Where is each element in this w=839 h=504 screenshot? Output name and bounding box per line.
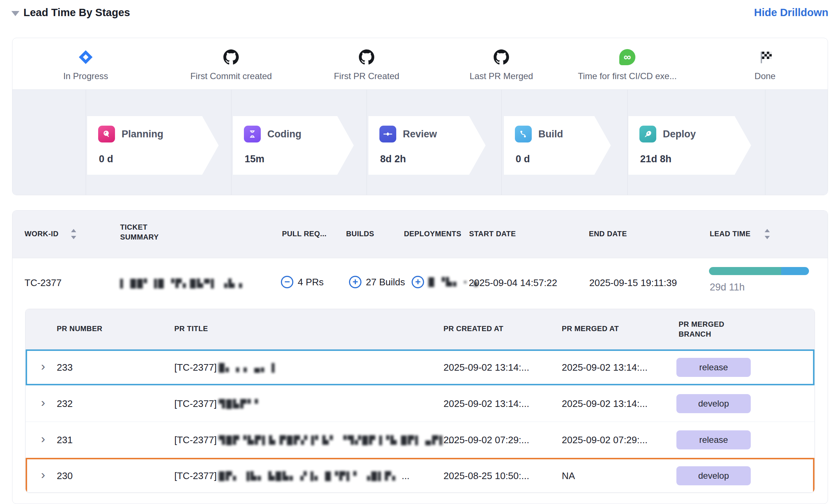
ticket-summary-redacted: ▌ ██▘▐█ ▝▛▖█▙▀▌ ▗▙ ▖ [120, 279, 246, 288]
pull-requests-cell: 4 PRs [281, 276, 324, 288]
stage-card-build: Build 0 d [504, 116, 611, 175]
stage-card-coding: Coding 15m [233, 116, 354, 175]
pr-title-prefix: [TC-2377] [174, 434, 217, 446]
milestone-label: First Commit created [165, 71, 297, 81]
pr-created-at: 2025-08-25 10:50:... [443, 470, 529, 482]
pr-number: 233 [57, 362, 73, 373]
pr-row-230[interactable]: 230 [TC-2377] █▛▖ ▐▙▖ ▙█▙▖ ▞▐▖ █▝▛▌▘ ▗█▌… [26, 458, 814, 493]
stage-duration: 21d 8h [640, 153, 672, 165]
hourglass-icon [244, 126, 261, 142]
pr-title: [TC-2377] █▖▗ ▖ ▄▖ ▌ [174, 362, 281, 373]
stage-duration: 0 d [516, 153, 530, 165]
rocket-icon [639, 126, 656, 142]
pr-title-redacted: ▜█▛▝▙▛▌▙ ▛█▛▞▐▘▙▘ ▝▜▞█▛▐▝▙ █▛▌ ▄▛▌ [219, 436, 446, 445]
col-end-date: END DATE [589, 230, 627, 238]
pr-number: 232 [57, 398, 73, 410]
checkered-flag-icon [699, 48, 828, 66]
pr-row-233[interactable]: 233 [TC-2377] █▖▗ ▖ ▄▖ ▌ 2025-09-02 13:1… [26, 349, 814, 385]
pr-merged-at: 2025-09-02 07:29:... [562, 434, 647, 446]
stage-divider [627, 90, 628, 195]
stage-name: Coding [267, 129, 301, 140]
start-date-value: 2025-09-04 14:57:22 [469, 277, 557, 289]
stage-divider [501, 90, 502, 195]
col-ticket-summary: TICKET SUMMARY [120, 222, 168, 242]
work-table-panel: WORK-ID TICKET SUMMARY PULL REQ... BUILD… [12, 210, 828, 504]
pr-table: PR NUMBER PR TITLE PR CREATED AT PR MERG… [25, 309, 815, 493]
chevron-right-icon[interactable] [41, 396, 45, 408]
pr-title-redacted: █▖▗ ▖ ▄▖ ▌ [219, 363, 279, 373]
pr-row-231[interactable]: 231 [TC-2377] ▜█▛▝▙▛▌▙ ▛█▛▞▐▘▙▘ ▝▜▞█▛▐▝▙… [26, 422, 814, 458]
col-lead-time: LEAD TIME [710, 230, 750, 238]
pr-title: [TC-2377] █▛▖ ▐▙▖ ▙█▙▖ ▞▐▖ █▝▛▌▘ ▗█▌▛▖ .… [174, 470, 409, 482]
col-deployments: DEPLOYMENTS [404, 230, 461, 238]
cicd-icon [561, 48, 693, 66]
pr-number: 230 [57, 470, 73, 482]
stages-panel: In Progress First Commit created First P… [12, 38, 828, 195]
lead-time-drilldown-page: Lead Time By Stages Hide Drilldown In Pr… [0, 0, 839, 504]
lead-time-bar-teal-segment [709, 267, 781, 275]
expand-builds-button[interactable] [349, 276, 361, 288]
stage-divider [765, 90, 765, 195]
stage-band: Planning 0 d Coding 15m Revi [12, 89, 828, 195]
milestone-last-pr-merged: Last PR Merged [435, 48, 567, 81]
pr-merged-at: 2025-09-02 13:14:... [562, 398, 647, 410]
col-pr-created-at: PR CREATED AT [443, 325, 504, 333]
stage-card-deploy: Deploy 21d 8h [628, 116, 751, 175]
milestone-label: Last PR Merged [435, 71, 567, 81]
pipeline-icon [515, 126, 532, 142]
milestone-label: In Progress [20, 71, 152, 81]
hide-drilldown-link[interactable]: Hide Drilldown [754, 7, 828, 19]
pr-title-prefix: [TC-2377] [174, 398, 217, 410]
milestone-first-commit: First Commit created [165, 48, 297, 81]
chevron-right-icon[interactable] [41, 468, 45, 481]
col-pr-merged-branch: PR MERGED BRANCH [679, 319, 730, 339]
stage-divider [367, 90, 367, 195]
stage-divider [86, 90, 86, 195]
builds-count: 27 Builds [366, 277, 405, 288]
col-pr-title: PR TITLE [174, 325, 208, 333]
commit-icon [379, 126, 396, 142]
branch-badge: release [676, 358, 751, 377]
collapse-prs-button[interactable] [281, 276, 293, 288]
chevron-right-icon[interactable] [41, 360, 45, 372]
pr-row-232[interactable]: 232 [TC-2377] ▜█▙▛▘▘ 2025-09-02 13:14:..… [26, 386, 814, 422]
pr-title-suffix: ... [402, 470, 410, 482]
jira-status-icon [20, 48, 152, 66]
pr-created-at: 2025-09-02 13:14:... [443, 362, 529, 373]
github-icon [301, 48, 433, 66]
lead-time-bar [709, 267, 809, 275]
stage-card-planning: Planning 0 d [87, 116, 219, 175]
lead-time-value: 29d 11h [710, 282, 745, 293]
sort-work-id-button[interactable] [70, 229, 77, 239]
milestone-label: Time for first CI/CD exe... [561, 71, 693, 81]
pr-merged-at: NA [562, 470, 575, 482]
stage-duration: 0 d [99, 153, 113, 165]
pr-table-header: PR NUMBER PR TITLE PR CREATED AT PR MERG… [26, 309, 814, 349]
lead-time-bar-blue-segment [781, 267, 809, 275]
pr-title-redacted: ▜█▙▛▘▘ [219, 399, 262, 409]
branch-badge: develop [676, 394, 751, 413]
branch-badge: release [676, 430, 751, 449]
pr-title-redacted: █▛▖ ▐▙▖ ▙█▙▖ ▞▐▖ █▝▛▌▘ ▗█▌▛▖ [219, 471, 400, 481]
expand-deployments-button[interactable] [412, 276, 424, 288]
milestone-done: Done [699, 48, 828, 81]
sort-lead-time-button[interactable] [764, 229, 771, 239]
stage-card-review: Review 8d 2h [368, 116, 486, 175]
milestone-first-pr: First PR Created [301, 48, 433, 81]
pr-merged-at: 2025-09-02 13:14:... [562, 362, 647, 373]
pr-title-prefix: [TC-2377] [174, 362, 217, 373]
chevron-right-icon[interactable] [41, 432, 45, 445]
stage-name: Planning [122, 129, 163, 140]
work-table-header: WORK-ID TICKET SUMMARY PULL REQ... BUILD… [12, 211, 828, 258]
milestone-label: First PR Created [301, 71, 433, 81]
milestone-in-progress: In Progress [20, 48, 152, 81]
milestone-label: Done [699, 71, 828, 81]
col-pull-requests: PULL REQ... [282, 230, 327, 238]
pr-number: 231 [57, 434, 73, 446]
stage-duration: 15m [245, 153, 264, 165]
work-item-row[interactable]: TC-2377 ▌ ██▘▐█ ▝▛▖█▙▀▌ ▗▙ ▖ 4 PRs 27 Bu… [12, 258, 828, 301]
stage-name: Build [538, 129, 563, 140]
collapse-triangle-icon[interactable] [11, 11, 19, 16]
github-icon [435, 48, 567, 66]
pr-title: [TC-2377] ▜█▛▝▙▛▌▙ ▛█▛▞▐▘▙▘ ▝▜▞█▛▐▝▙ █▛▌… [174, 434, 456, 446]
